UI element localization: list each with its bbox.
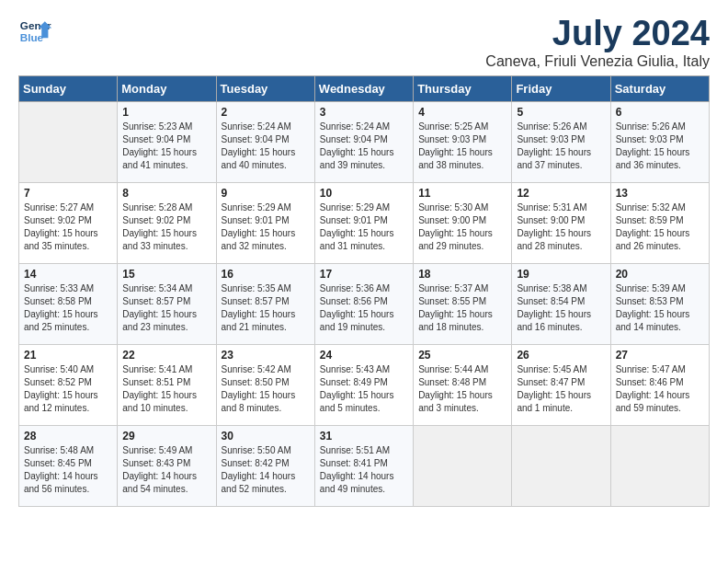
day-number: 19: [517, 268, 605, 281]
day-cell: 21Sunrise: 5:40 AM Sunset: 8:52 PM Dayli…: [19, 344, 118, 425]
day-cell: 28Sunrise: 5:48 AM Sunset: 8:45 PM Dayli…: [19, 425, 118, 506]
day-cell: 6Sunrise: 5:26 AM Sunset: 9:03 PM Daylig…: [610, 101, 709, 182]
day-cell: [19, 101, 118, 182]
title-block: July 2024 Caneva, Friuli Venezia Giulia,…: [485, 15, 710, 70]
day-cell: 25Sunrise: 5:44 AM Sunset: 8:48 PM Dayli…: [414, 344, 512, 425]
day-number: 16: [222, 268, 310, 281]
day-number: 10: [320, 187, 408, 200]
day-cell: [414, 425, 512, 506]
week-row-5: 28Sunrise: 5:48 AM Sunset: 8:45 PM Dayli…: [19, 425, 710, 506]
day-cell: 13Sunrise: 5:32 AM Sunset: 8:59 PM Dayli…: [610, 182, 709, 263]
day-number: 23: [222, 349, 310, 362]
day-cell: [512, 425, 610, 506]
weekday-header-saturday: Saturday: [610, 75, 709, 101]
day-info: Sunrise: 5:25 AM Sunset: 9:03 PM Dayligh…: [418, 121, 506, 172]
day-info: Sunrise: 5:29 AM Sunset: 9:01 PM Dayligh…: [320, 201, 408, 253]
day-number: 1: [122, 106, 210, 119]
weekday-header-sunday: Sunday: [19, 75, 118, 101]
day-info: Sunrise: 5:36 AM Sunset: 8:56 PM Dayligh…: [320, 282, 408, 334]
day-number: 9: [222, 187, 310, 200]
weekday-header-tuesday: Tuesday: [216, 75, 314, 101]
day-cell: 26Sunrise: 5:45 AM Sunset: 8:47 PM Dayli…: [512, 344, 610, 425]
week-row-4: 21Sunrise: 5:40 AM Sunset: 8:52 PM Dayli…: [19, 344, 710, 425]
day-info: Sunrise: 5:24 AM Sunset: 9:04 PM Dayligh…: [222, 121, 310, 172]
logo: General Blue: [18, 15, 51, 48]
day-info: Sunrise: 5:48 AM Sunset: 8:45 PM Dayligh…: [24, 444, 112, 496]
day-info: Sunrise: 5:35 AM Sunset: 8:57 PM Dayligh…: [222, 282, 310, 334]
day-info: Sunrise: 5:27 AM Sunset: 9:02 PM Dayligh…: [24, 201, 112, 253]
day-number: 4: [418, 106, 506, 119]
day-cell: 19Sunrise: 5:38 AM Sunset: 8:54 PM Dayli…: [512, 263, 610, 344]
day-info: Sunrise: 5:37 AM Sunset: 8:55 PM Dayligh…: [418, 282, 506, 334]
day-info: Sunrise: 5:28 AM Sunset: 9:02 PM Dayligh…: [122, 201, 210, 253]
day-number: 5: [517, 106, 605, 119]
day-cell: 5Sunrise: 5:26 AM Sunset: 9:03 PM Daylig…: [512, 101, 610, 182]
day-number: 31: [320, 430, 408, 442]
day-number: 2: [222, 106, 310, 119]
day-info: Sunrise: 5:33 AM Sunset: 8:58 PM Dayligh…: [24, 282, 112, 334]
weekday-header-thursday: Thursday: [414, 75, 512, 101]
page-header: General Blue July 2024 Caneva, Friuli Ve…: [18, 15, 710, 70]
day-info: Sunrise: 5:30 AM Sunset: 9:00 PM Dayligh…: [418, 201, 506, 253]
day-number: 21: [24, 349, 112, 362]
day-number: 11: [418, 187, 506, 200]
day-info: Sunrise: 5:47 AM Sunset: 8:46 PM Dayligh…: [616, 363, 704, 415]
day-cell: 29Sunrise: 5:49 AM Sunset: 8:43 PM Dayli…: [118, 425, 216, 506]
weekday-header-monday: Monday: [118, 75, 216, 101]
day-number: 14: [24, 268, 112, 281]
day-info: Sunrise: 5:24 AM Sunset: 9:04 PM Dayligh…: [320, 121, 408, 172]
day-info: Sunrise: 5:34 AM Sunset: 8:57 PM Dayligh…: [122, 282, 210, 334]
day-cell: 9Sunrise: 5:29 AM Sunset: 9:01 PM Daylig…: [216, 182, 314, 263]
day-cell: 31Sunrise: 5:51 AM Sunset: 8:41 PM Dayli…: [314, 425, 413, 506]
week-row-3: 14Sunrise: 5:33 AM Sunset: 8:58 PM Dayli…: [19, 263, 710, 344]
week-row-1: 1Sunrise: 5:23 AM Sunset: 9:04 PM Daylig…: [19, 101, 710, 182]
day-cell: 27Sunrise: 5:47 AM Sunset: 8:46 PM Dayli…: [610, 344, 709, 425]
day-info: Sunrise: 5:26 AM Sunset: 9:03 PM Dayligh…: [517, 121, 605, 172]
day-info: Sunrise: 5:32 AM Sunset: 8:59 PM Dayligh…: [616, 201, 704, 253]
day-cell: 16Sunrise: 5:35 AM Sunset: 8:57 PM Dayli…: [216, 263, 314, 344]
day-number: 6: [616, 106, 704, 119]
calendar-subtitle: Caneva, Friuli Venezia Giulia, Italy: [485, 53, 710, 70]
day-cell: 8Sunrise: 5:28 AM Sunset: 9:02 PM Daylig…: [118, 182, 216, 263]
day-info: Sunrise: 5:23 AM Sunset: 9:04 PM Dayligh…: [122, 121, 210, 172]
day-info: Sunrise: 5:43 AM Sunset: 8:49 PM Dayligh…: [320, 363, 408, 415]
day-info: Sunrise: 5:31 AM Sunset: 9:00 PM Dayligh…: [517, 201, 605, 253]
weekday-header-friday: Friday: [512, 75, 610, 101]
day-number: 29: [122, 430, 210, 442]
day-number: 25: [418, 349, 506, 362]
calendar-table: SundayMondayTuesdayWednesdayThursdayFrid…: [18, 75, 710, 507]
day-number: 8: [122, 187, 210, 200]
day-info: Sunrise: 5:39 AM Sunset: 8:53 PM Dayligh…: [616, 282, 704, 334]
day-number: 22: [122, 349, 210, 362]
day-number: 15: [122, 268, 210, 281]
day-cell: 3Sunrise: 5:24 AM Sunset: 9:04 PM Daylig…: [314, 101, 413, 182]
day-number: 24: [320, 349, 408, 362]
day-cell: 12Sunrise: 5:31 AM Sunset: 9:00 PM Dayli…: [512, 182, 610, 263]
day-number: 27: [616, 349, 704, 362]
day-cell: 24Sunrise: 5:43 AM Sunset: 8:49 PM Dayli…: [314, 344, 413, 425]
day-number: 20: [616, 268, 704, 281]
day-cell: 18Sunrise: 5:37 AM Sunset: 8:55 PM Dayli…: [414, 263, 512, 344]
week-row-2: 7Sunrise: 5:27 AM Sunset: 9:02 PM Daylig…: [19, 182, 710, 263]
svg-text:Blue: Blue: [20, 31, 44, 43]
day-cell: 7Sunrise: 5:27 AM Sunset: 9:02 PM Daylig…: [19, 182, 118, 263]
day-number: 3: [320, 106, 408, 119]
day-cell: 17Sunrise: 5:36 AM Sunset: 8:56 PM Dayli…: [314, 263, 413, 344]
day-number: 28: [24, 430, 112, 442]
day-cell: 22Sunrise: 5:41 AM Sunset: 8:51 PM Dayli…: [118, 344, 216, 425]
day-info: Sunrise: 5:26 AM Sunset: 9:03 PM Dayligh…: [616, 121, 704, 172]
day-info: Sunrise: 5:49 AM Sunset: 8:43 PM Dayligh…: [122, 444, 210, 496]
calendar-title: July 2024: [485, 15, 710, 53]
day-cell: 23Sunrise: 5:42 AM Sunset: 8:50 PM Dayli…: [216, 344, 314, 425]
day-info: Sunrise: 5:29 AM Sunset: 9:01 PM Dayligh…: [222, 201, 310, 253]
day-info: Sunrise: 5:45 AM Sunset: 8:47 PM Dayligh…: [517, 363, 605, 415]
day-cell: 4Sunrise: 5:25 AM Sunset: 9:03 PM Daylig…: [414, 101, 512, 182]
day-info: Sunrise: 5:38 AM Sunset: 8:54 PM Dayligh…: [517, 282, 605, 334]
weekday-header-row: SundayMondayTuesdayWednesdayThursdayFrid…: [19, 75, 710, 101]
weekday-header-wednesday: Wednesday: [314, 75, 413, 101]
logo-icon: General Blue: [18, 15, 51, 48]
day-number: 7: [24, 187, 112, 200]
day-cell: 1Sunrise: 5:23 AM Sunset: 9:04 PM Daylig…: [118, 101, 216, 182]
day-cell: [610, 425, 709, 506]
day-cell: 30Sunrise: 5:50 AM Sunset: 8:42 PM Dayli…: [216, 425, 314, 506]
